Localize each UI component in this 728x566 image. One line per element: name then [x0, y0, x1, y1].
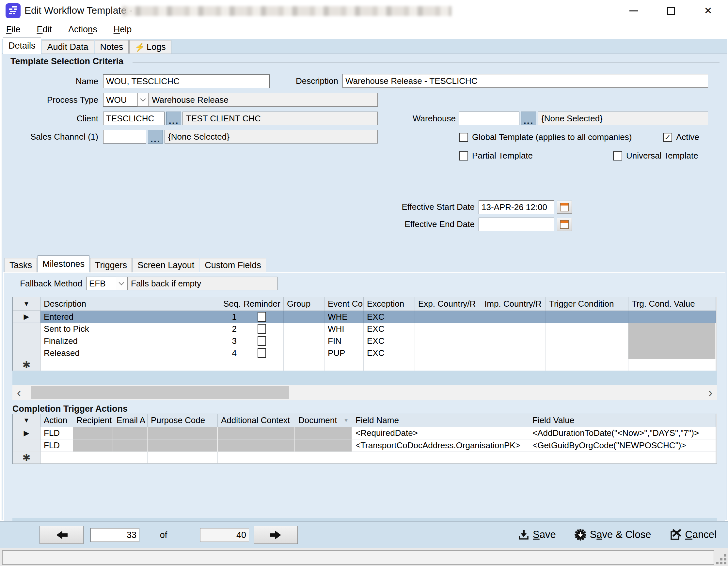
col-group[interactable]: Group: [284, 297, 324, 311]
universal-template-checkbox[interactable]: [613, 151, 622, 161]
client-input[interactable]: [103, 112, 165, 125]
row-selector[interactable]: [13, 335, 40, 347]
warehouse-input[interactable]: [459, 112, 519, 125]
save-and-close-button[interactable]: Save & Close: [574, 528, 651, 541]
cell-group[interactable]: [284, 359, 324, 371]
col-purpose-code[interactable]: Purpose Code: [148, 414, 218, 427]
cell-description[interactable]: [40, 359, 220, 371]
row-selector-header[interactable]: ▼: [13, 414, 40, 427]
cell-trg-cond-value[interactable]: [628, 359, 716, 371]
col-field-value[interactable]: Field Value: [529, 414, 716, 427]
col-additional-context[interactable]: Additional Context: [218, 414, 295, 427]
milestone-row[interactable]: Finalized 3 FIN EXC: [13, 335, 717, 347]
cell-additional-context[interactable]: [218, 452, 295, 464]
cell-field-name[interactable]: <TransportCoDocAddress.OrganisationPK>: [352, 439, 529, 452]
action-row[interactable]: ▶ FLD <RequiredDate> <AddDurationToDate(…: [13, 427, 717, 439]
cell-field-value[interactable]: [529, 452, 716, 464]
action-row[interactable]: FLD <TransportCoDocAddress.OrganisationP…: [13, 439, 717, 452]
process-type-input[interactable]: [103, 93, 138, 107]
reminder-checkbox[interactable]: [258, 312, 266, 322]
tab-logs[interactable]: ⚡Logs: [129, 40, 171, 54]
sales-channel-input[interactable]: [103, 130, 146, 144]
client-lookup-button[interactable]: ...: [166, 112, 181, 125]
cell-reminder[interactable]: [240, 347, 284, 359]
tab-details[interactable]: Details: [3, 38, 41, 54]
cell-imp-country[interactable]: [481, 359, 546, 371]
cell-event-co[interactable]: WHE: [324, 311, 364, 323]
resize-grip-icon[interactable]: [724, 562, 726, 564]
cell-imp-country[interactable]: [481, 347, 546, 359]
col-field-name[interactable]: Field Name: [352, 414, 529, 427]
cell-seq[interactable]: 3: [220, 335, 240, 347]
cell-field-name[interactable]: [352, 452, 529, 464]
tab-notes[interactable]: Notes: [95, 40, 129, 54]
cell-seq[interactable]: [220, 359, 240, 371]
save-button[interactable]: Save: [518, 529, 556, 541]
cell-action[interactable]: [40, 452, 73, 464]
cell-description[interactable]: Released: [40, 347, 220, 359]
cell-trigger-condition[interactable]: [546, 323, 628, 335]
milestone-row[interactable]: Sent to Pick 2 WHI EXC: [13, 323, 717, 335]
tab-custom-fields[interactable]: Custom Fields: [200, 258, 266, 273]
global-template-checkbox[interactable]: [459, 133, 468, 142]
previous-record-button[interactable]: [40, 526, 84, 544]
cell-exception[interactable]: EXC: [364, 311, 415, 323]
action-new-row[interactable]: ✱: [13, 452, 717, 464]
cell-action[interactable]: FLD: [40, 427, 73, 439]
record-number-input[interactable]: [90, 528, 139, 542]
row-selector-header[interactable]: ▼: [13, 297, 40, 311]
cell-event-co[interactable]: [324, 359, 364, 371]
menu-actions[interactable]: Actions: [63, 24, 103, 35]
col-document[interactable]: Document▼: [295, 414, 352, 427]
cell-trigger-condition[interactable]: [546, 335, 628, 347]
scroll-right-icon[interactable]: ›: [704, 386, 717, 399]
close-button[interactable]: ✕: [698, 4, 719, 18]
name-input[interactable]: [103, 74, 270, 88]
milestone-row[interactable]: ▶ Entered 1 WHE EXC: [13, 311, 717, 323]
cell-exp-country[interactable]: [415, 335, 481, 347]
col-recipient[interactable]: Recipient: [73, 414, 113, 427]
current-row-marker[interactable]: ▶: [13, 427, 40, 439]
col-description[interactable]: Description: [40, 297, 220, 311]
col-exp-country[interactable]: Exp. Country/R: [415, 297, 481, 311]
tab-audit-data[interactable]: Audit Data: [42, 40, 94, 54]
current-row-marker[interactable]: ▶: [13, 311, 40, 323]
warehouse-lookup-button[interactable]: ...: [521, 112, 536, 125]
row-selector[interactable]: [13, 323, 40, 335]
cell-group[interactable]: [284, 323, 324, 335]
col-reminder[interactable]: Reminder: [240, 297, 284, 311]
cell-group[interactable]: [284, 335, 324, 347]
cell-document[interactable]: [295, 452, 352, 464]
col-email[interactable]: Email A: [113, 414, 148, 427]
cell-email[interactable]: [113, 452, 148, 464]
col-exception[interactable]: Exception: [364, 297, 415, 311]
cell-seq[interactable]: 1: [220, 311, 240, 323]
col-imp-country[interactable]: Imp. Country/R: [481, 297, 546, 311]
cell-seq[interactable]: 2: [220, 323, 240, 335]
cell-reminder[interactable]: [240, 359, 284, 371]
cell-field-value[interactable]: <GetGuidByOrgCode("NEWPOSCHC")>: [529, 439, 716, 452]
process-type-dropdown-button[interactable]: [137, 93, 149, 107]
cell-exp-country[interactable]: [415, 311, 481, 323]
cell-field-value[interactable]: <AddDurationToDate("<Now>","DAYS","7")>: [529, 427, 716, 439]
active-checkbox[interactable]: ✓: [663, 133, 672, 142]
cell-purpose-code[interactable]: [148, 452, 218, 464]
cancel-button[interactable]: Cancel: [670, 529, 717, 541]
cell-exception[interactable]: EXC: [364, 335, 415, 347]
cell-description[interactable]: Finalized: [40, 335, 220, 347]
row-selector[interactable]: [13, 347, 40, 359]
tab-milestones[interactable]: Milestones: [38, 256, 89, 273]
cell-event-co[interactable]: FIN: [324, 335, 364, 347]
cell-action[interactable]: FLD: [40, 439, 73, 452]
col-event-co[interactable]: Event Co: [324, 297, 364, 311]
cell-description[interactable]: Entered: [40, 311, 220, 323]
reminder-checkbox[interactable]: [258, 336, 266, 346]
partial-template-checkbox[interactable]: [459, 151, 468, 161]
row-selector[interactable]: [13, 439, 40, 452]
next-record-button[interactable]: [254, 526, 298, 544]
cell-trigger-condition[interactable]: [546, 359, 628, 371]
effective-start-calendar-button[interactable]: [557, 201, 572, 214]
effective-start-input[interactable]: [479, 200, 554, 214]
milestone-new-row[interactable]: ✱: [13, 359, 717, 371]
cell-group[interactable]: [284, 347, 324, 359]
